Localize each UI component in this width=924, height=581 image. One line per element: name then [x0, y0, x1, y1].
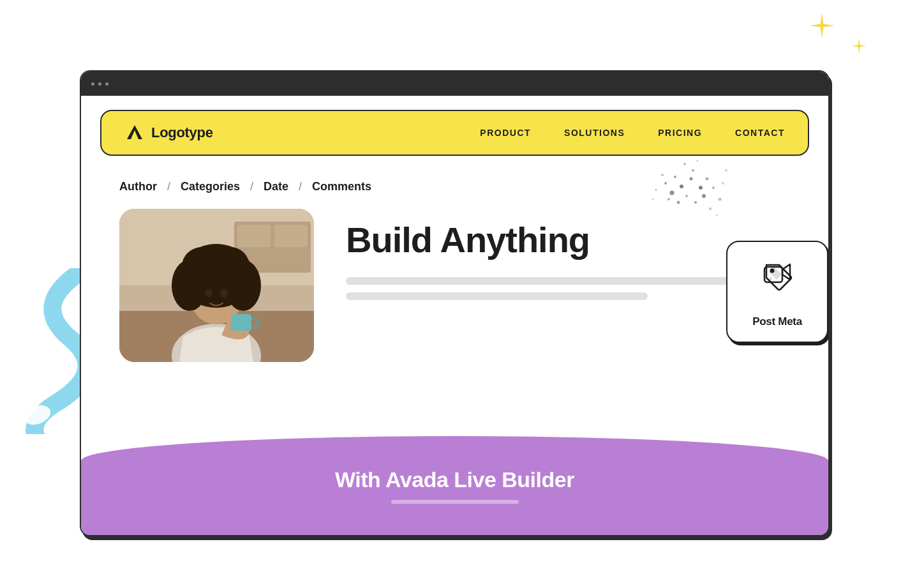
decorative-splatter: [618, 129, 745, 244]
svg-point-38: [722, 182, 724, 185]
svg-point-14: [211, 247, 250, 285]
browser-window: Logotype PRODUCT SOLUTIONS PRICING CONTA…: [80, 70, 830, 536]
browser-dot-2: [98, 82, 101, 86]
meta-categories: Categories: [181, 180, 240, 193]
meta-sep-1: /: [167, 180, 170, 193]
svg-point-37: [709, 207, 712, 210]
svg-rect-5: [237, 225, 271, 247]
svg-point-20: [680, 185, 683, 188]
post-photo: [119, 209, 314, 362]
svg-point-16: [220, 289, 228, 298]
nav-link-solutions[interactable]: SOLUTIONS: [564, 128, 625, 138]
meta-sep-3: /: [299, 180, 302, 193]
svg-point-28: [664, 182, 667, 185]
hero-line-1: [346, 277, 790, 285]
svg-point-26: [694, 201, 697, 204]
svg-rect-6: [274, 225, 308, 247]
hero-line-2: [346, 292, 648, 300]
svg-point-27: [706, 177, 709, 181]
star-large-icon: [809, 13, 835, 38]
svg-point-22: [674, 176, 676, 178]
svg-point-42: [725, 169, 727, 172]
meta-date: Date: [264, 180, 288, 193]
star-small-icon: [851, 38, 867, 54]
nav-link-product[interactable]: PRODUCT: [480, 128, 531, 138]
svg-point-36: [667, 198, 670, 200]
logo-text: Logotype: [151, 124, 213, 141]
svg-point-24: [685, 195, 688, 197]
post-meta-card: Post Meta: [726, 241, 828, 343]
browser-titlebar: [81, 72, 828, 96]
svg-rect-17: [231, 314, 251, 331]
svg-point-23: [699, 186, 703, 190]
post-meta-card-label: Post Meta: [752, 315, 802, 328]
bottom-section: With Avada Live Builder: [81, 436, 828, 535]
svg-point-31: [677, 201, 680, 204]
svg-point-33: [661, 174, 664, 176]
svg-point-40: [697, 160, 699, 162]
svg-point-21: [690, 177, 693, 181]
meta-comments: Comments: [312, 180, 371, 193]
svg-point-39: [655, 189, 657, 191]
meta-author: Author: [119, 180, 157, 193]
svg-point-43: [652, 199, 654, 200]
svg-point-25: [670, 191, 674, 195]
svg-point-15: [205, 289, 212, 298]
svg-point-30: [702, 194, 706, 198]
meta-sep-2: /: [250, 180, 253, 193]
svg-point-19: [770, 269, 775, 273]
svg-point-32: [712, 186, 715, 189]
bottom-title: With Avada Live Builder: [335, 467, 574, 492]
bottom-bar: [391, 500, 519, 504]
browser-dot-3: [105, 82, 108, 86]
tag-icon-main: [761, 260, 793, 292]
svg-point-35: [683, 163, 686, 165]
svg-point-34: [719, 198, 722, 201]
browser-dot-1: [91, 82, 94, 86]
logo-icon: [124, 123, 145, 143]
svg-point-41: [716, 215, 718, 216]
logo-area[interactable]: Logotype: [124, 123, 213, 143]
svg-point-29: [692, 169, 694, 172]
